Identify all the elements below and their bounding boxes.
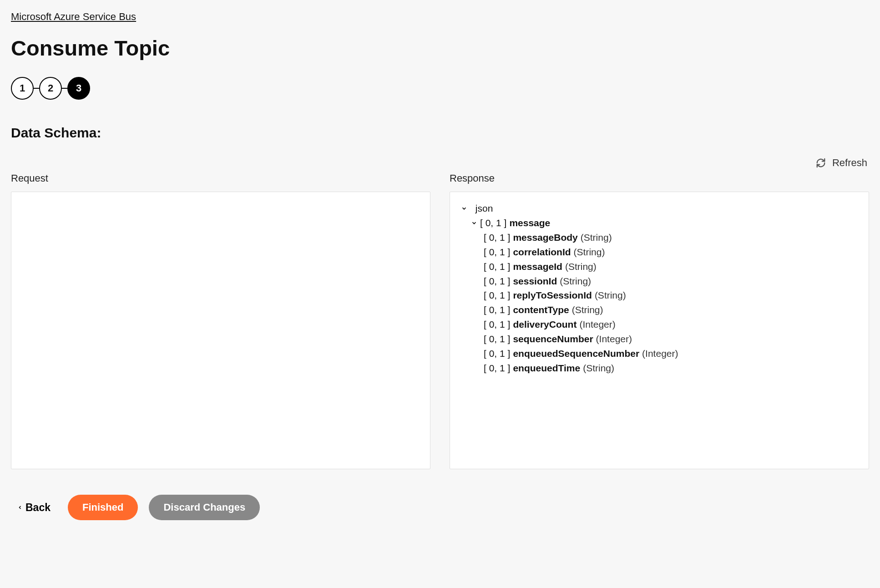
- tree-field-type: (Integer): [642, 346, 678, 361]
- tree-leaf[interactable]: [ 0, 1 ] enqueuedSequenceNumber (Integer…: [461, 346, 858, 361]
- tree-field-name: enqueuedSequenceNumber: [513, 346, 639, 361]
- request-panel: [11, 192, 430, 469]
- tree-leaf[interactable]: [ 0, 1 ] enqueuedTime (String): [461, 361, 858, 375]
- tree-field-type: (String): [583, 361, 614, 375]
- stepper: 1 2 3: [11, 77, 869, 100]
- tree-cardinality: [ 0, 1 ]: [484, 332, 510, 346]
- tree-cardinality: [ 0, 1 ]: [484, 245, 510, 259]
- tree-node-json[interactable]: json: [461, 201, 858, 216]
- tree-cardinality: [ 0, 1 ]: [484, 259, 510, 274]
- tree-node-name: message: [509, 216, 550, 230]
- tree-leaf[interactable]: [ 0, 1 ] replyToSessionId (String): [461, 288, 858, 303]
- tree-field-type: (String): [565, 259, 597, 274]
- tree-field-name: deliveryCount: [513, 317, 577, 332]
- step-connector: [62, 88, 67, 89]
- tree-field-name: sequenceNumber: [513, 332, 593, 346]
- step-2[interactable]: 2: [39, 77, 62, 100]
- tree-field-type: (String): [572, 303, 603, 317]
- request-label: Request: [11, 172, 430, 184]
- tree-cardinality: [ 0, 1 ]: [484, 274, 510, 289]
- tree-cardinality: [ 0, 1 ]: [484, 230, 510, 245]
- tree-leaf[interactable]: [ 0, 1 ] sessionId (String): [461, 274, 858, 289]
- breadcrumb-link[interactable]: Microsoft Azure Service Bus: [11, 11, 136, 23]
- page-title: Consume Topic: [11, 35, 869, 61]
- tree-field-name: messageBody: [513, 230, 577, 245]
- chevron-down-icon: [471, 220, 477, 226]
- tree-field-name: sessionId: [513, 274, 557, 289]
- tree-node-message[interactable]: [ 0, 1 ] message: [461, 216, 858, 230]
- tree-leaf[interactable]: [ 0, 1 ] sequenceNumber (Integer): [461, 332, 858, 346]
- tree-field-name: correlationId: [513, 245, 571, 259]
- back-label: Back: [25, 502, 51, 514]
- refresh-button[interactable]: Refresh: [816, 157, 867, 169]
- tree-leaf[interactable]: [ 0, 1 ] messageBody (String): [461, 230, 858, 245]
- tree-cardinality: [ 0, 1 ]: [484, 288, 510, 303]
- tree-field-name: enqueuedTime: [513, 361, 580, 375]
- tree-field-type: (Integer): [579, 317, 615, 332]
- tree-field-type: (String): [595, 288, 626, 303]
- tree-field-name: messageId: [513, 259, 562, 274]
- tree-field-type: (String): [581, 230, 612, 245]
- chevron-down-icon: [461, 205, 467, 212]
- tree-cardinality: [ 0, 1 ]: [484, 303, 510, 317]
- discard-button[interactable]: Discard Changes: [149, 495, 260, 520]
- tree-cardinality: [ 0, 1 ]: [480, 216, 506, 230]
- tree-field-type: (String): [560, 274, 591, 289]
- tree-field-name: contentType: [513, 303, 569, 317]
- tree-field-name: replyToSessionId: [513, 288, 592, 303]
- tree-field-type: (String): [574, 245, 605, 259]
- response-label: Response: [450, 172, 869, 184]
- tree-cardinality: [ 0, 1 ]: [484, 317, 510, 332]
- back-button[interactable]: Back: [11, 498, 57, 517]
- chevron-left-icon: [17, 505, 23, 510]
- tree-leaf[interactable]: [ 0, 1 ] deliveryCount (Integer): [461, 317, 858, 332]
- step-connector: [34, 88, 39, 89]
- step-3[interactable]: 3: [67, 77, 90, 100]
- refresh-label: Refresh: [832, 157, 867, 169]
- refresh-icon: [816, 158, 826, 168]
- tree-cardinality: [ 0, 1 ]: [484, 346, 510, 361]
- step-1[interactable]: 1: [11, 77, 34, 100]
- finished-button[interactable]: Finished: [68, 495, 138, 520]
- tree-node-label: json: [475, 201, 493, 216]
- tree-leaf[interactable]: [ 0, 1 ] contentType (String): [461, 303, 858, 317]
- section-title: Data Schema:: [11, 125, 869, 141]
- tree-cardinality: [ 0, 1 ]: [484, 361, 510, 375]
- tree-leaf[interactable]: [ 0, 1 ] messageId (String): [461, 259, 858, 274]
- tree-leaf[interactable]: [ 0, 1 ] correlationId (String): [461, 245, 858, 259]
- response-panel: json [ 0, 1 ] message [ 0, 1 ] messageBo…: [450, 192, 869, 469]
- tree-field-type: (Integer): [596, 332, 632, 346]
